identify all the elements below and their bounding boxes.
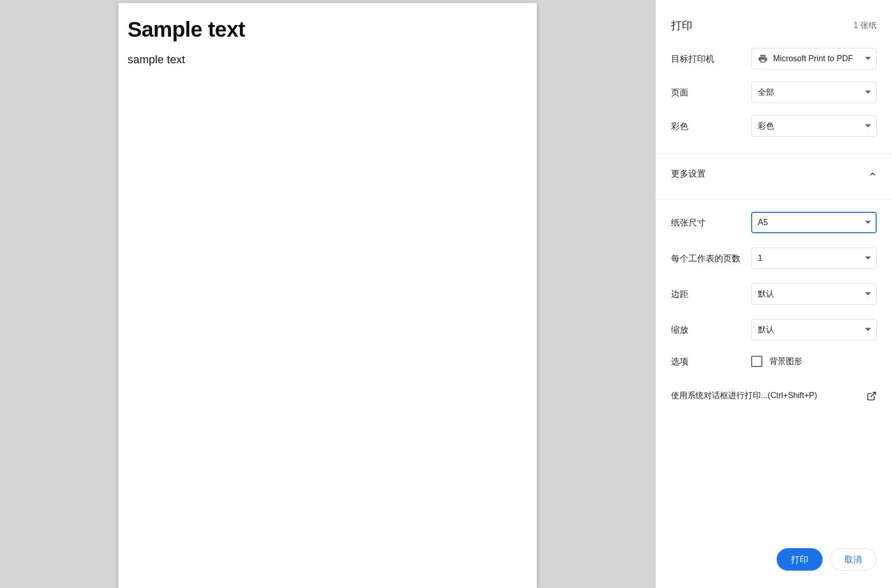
margins-label: 边距 [671, 288, 697, 300]
pages-per-sheet-value: 1 [758, 254, 865, 263]
background-graphics-label: 背景图形 [770, 356, 802, 367]
scale-row: 缩放 默认 [656, 312, 892, 348]
cancel-button[interactable]: 取消 [830, 548, 877, 571]
margins-value: 默认 [758, 289, 865, 300]
pages-row: 页面 全部 [656, 76, 892, 109]
scale-label: 缩放 [671, 324, 697, 336]
print-settings-scroll[interactable]: 打印 1 张纸 目标打印机 Microsoft Print to PDF [656, 0, 892, 531]
print-settings-panel: 打印 1 张纸 目标打印机 Microsoft Print to PDF [655, 0, 892, 588]
pages-label: 页面 [671, 87, 697, 99]
background-graphics-option: 背景图形 [751, 356, 877, 367]
preview-page: Sample text sample text [118, 3, 537, 588]
more-settings-body: 纸张尺寸 A5 每个工作表的页数 1 [656, 200, 892, 406]
scale-select[interactable]: 默认 [751, 319, 877, 340]
system-dialog-link[interactable]: 使用系统对话框进行打印...(Ctrl+Shift+P) [656, 375, 892, 406]
pages-per-sheet-row: 每个工作表的页数 1 [656, 240, 892, 276]
destination-select[interactable]: Microsoft Print to PDF [751, 48, 877, 69]
more-settings-toggle[interactable]: 更多设置 [656, 154, 892, 194]
print-dialog: Sample text sample text 打印 1 张纸 目标打印机 Mi… [0, 0, 892, 588]
caret-down-icon [865, 291, 871, 297]
print-button[interactable]: 打印 [777, 548, 823, 571]
options-label: 选项 [671, 356, 697, 368]
print-preview-area: Sample text sample text [0, 0, 655, 588]
caret-down-icon [865, 56, 871, 62]
preview-heading: Sample text [128, 17, 528, 42]
pages-per-sheet-select[interactable]: 1 [751, 248, 877, 269]
pages-per-sheet-label: 每个工作表的页数 [671, 253, 749, 264]
caret-down-icon [865, 255, 871, 261]
svg-line-0 [871, 392, 875, 397]
panel-footer: 打印 取消 [656, 531, 892, 588]
color-row: 彩色 彩色 [656, 109, 892, 148]
caret-down-icon [865, 219, 871, 226]
paper-size-select[interactable]: A5 [751, 212, 877, 233]
paper-size-row: 纸张尺寸 A5 [656, 200, 892, 240]
color-label: 彩色 [671, 120, 697, 132]
destination-row: 目标打印机 Microsoft Print to PDF [656, 46, 892, 76]
scale-value: 默认 [758, 325, 865, 335]
caret-down-icon [865, 327, 871, 333]
chevron-up-icon [869, 170, 877, 178]
caret-down-icon [865, 89, 871, 95]
pages-value: 全部 [758, 87, 865, 98]
paper-size-value: A5 [758, 218, 865, 227]
pages-select[interactable]: 全部 [751, 82, 877, 103]
destination-label: 目标打印机 [671, 53, 723, 65]
color-value: 彩色 [758, 121, 865, 132]
panel-header: 打印 1 张纸 [656, 0, 892, 46]
background-graphics-checkbox[interactable] [751, 356, 762, 367]
destination-value: Microsoft Print to PDF [773, 54, 865, 63]
sheet-count: 1 张纸 [854, 20, 877, 31]
system-dialog-text: 使用系统对话框进行打印...(Ctrl+Shift+P) [671, 390, 817, 401]
options-row: 选项 背景图形 [656, 348, 892, 375]
panel-title: 打印 [671, 18, 692, 33]
preview-body-text: sample text [128, 53, 528, 66]
margins-select[interactable]: 默认 [751, 283, 877, 305]
margins-row: 边距 默认 [656, 276, 892, 312]
color-select[interactable]: 彩色 [751, 115, 877, 137]
more-settings-label: 更多设置 [671, 168, 706, 180]
caret-down-icon [865, 123, 871, 129]
printer-icon [758, 54, 768, 64]
paper-size-label: 纸张尺寸 [671, 217, 714, 229]
open-external-icon [866, 391, 877, 401]
